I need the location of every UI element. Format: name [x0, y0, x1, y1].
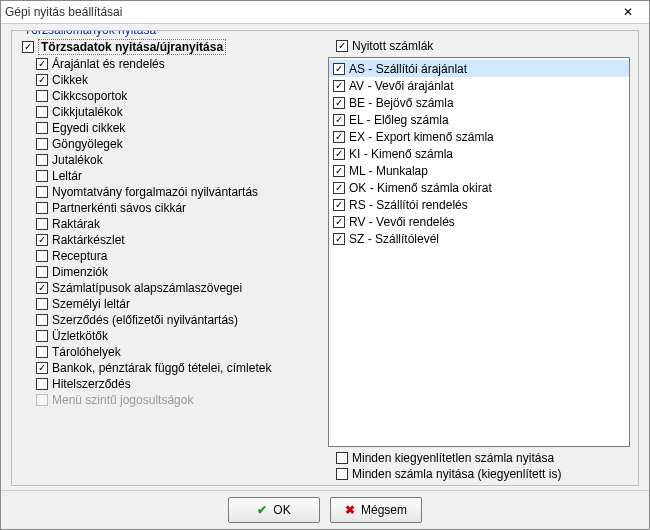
bottom-option-label: Minden számla nyitása (kiegyenlített is) — [352, 467, 561, 481]
checkbox[interactable] — [36, 314, 48, 326]
checkbox[interactable] — [36, 202, 48, 214]
list-item[interactable]: KI - Kimenő számla — [329, 145, 629, 162]
left-item[interactable]: Személyi leltár — [36, 297, 322, 311]
left-item[interactable]: Göngyölegek — [36, 137, 322, 151]
left-item[interactable]: Tárolóhelyek — [36, 345, 322, 359]
bottom-option-label: Minden kiegyenlítetlen számla nyitása — [352, 451, 554, 465]
list-item[interactable]: EL - Előleg számla — [329, 111, 629, 128]
left-item-label: Üzletkötők — [52, 329, 108, 343]
ok-button[interactable]: ✔ OK — [228, 497, 320, 523]
list-item[interactable]: RS - Szállítói rendelés — [329, 196, 629, 213]
checkbox[interactable] — [336, 452, 348, 464]
checkbox[interactable] — [333, 165, 345, 177]
checkbox[interactable] — [333, 199, 345, 211]
bottom-option[interactable]: Minden kiegyenlítetlen számla nyitása — [336, 451, 630, 465]
left-item[interactable]: Hitelszerződés — [36, 377, 322, 391]
list-item-label: AV - Vevői árajánlat — [349, 79, 454, 93]
checkbox[interactable] — [36, 266, 48, 278]
cancel-button[interactable]: ✖ Mégsem — [330, 497, 422, 523]
checkbox[interactable] — [36, 58, 48, 70]
checkbox[interactable] — [36, 74, 48, 86]
checkbox-right-header[interactable] — [336, 40, 348, 52]
left-item[interactable]: Bankok, pénztárak függő tételei, címlete… — [36, 361, 322, 375]
left-item: Menü szintű jogosultságok — [36, 393, 322, 407]
checkbox-master[interactable] — [22, 41, 34, 53]
list-item[interactable]: BE - Bejövő számla — [329, 94, 629, 111]
left-item[interactable]: Számlatípusok alapszámlaszövegei — [36, 281, 322, 295]
left-item[interactable]: Egyedi cikkek — [36, 121, 322, 135]
checkbox[interactable] — [333, 63, 345, 75]
dialog-body: Törzsállományok nyitása Törzsadatok nyit… — [1, 24, 649, 529]
checkbox[interactable] — [333, 148, 345, 160]
checkbox[interactable] — [333, 131, 345, 143]
checkbox[interactable] — [333, 80, 345, 92]
checkbox[interactable] — [36, 282, 48, 294]
left-item[interactable]: Partnerkénti sávos cikkár — [36, 201, 322, 215]
checkbox[interactable] — [36, 298, 48, 310]
list-item[interactable]: SZ - Szállítólevél — [329, 230, 629, 247]
list-item[interactable]: AV - Vevői árajánlat — [329, 77, 629, 94]
left-item-label: Cikkcsoportok — [52, 89, 127, 103]
checkbox[interactable] — [36, 378, 48, 390]
checkbox[interactable] — [36, 106, 48, 118]
groupbox-legend: Törzsállományok nyitása — [20, 30, 160, 37]
left-item[interactable]: Árajánlat és rendelés — [36, 57, 322, 71]
right-header-label: Nyitott számlák — [352, 39, 433, 53]
master-checkbox-row[interactable]: Törzsadatok nyitása/újranyitása — [22, 39, 322, 55]
left-item[interactable]: Raktárak — [36, 217, 322, 231]
list-item-label: EX - Export kimenő számla — [349, 130, 494, 144]
checkbox[interactable] — [36, 138, 48, 150]
list-item[interactable]: AS - Szállítói árajánlat — [329, 60, 629, 77]
cancel-label: Mégsem — [361, 503, 407, 517]
master-label: Törzsadatok nyitása/újranyitása — [38, 39, 226, 55]
left-item[interactable]: Leltár — [36, 169, 322, 183]
checkbox[interactable] — [36, 234, 48, 246]
checkbox[interactable] — [36, 122, 48, 134]
checkbox[interactable] — [36, 90, 48, 102]
left-item[interactable]: Cikkjutalékok — [36, 105, 322, 119]
checkbox[interactable] — [36, 170, 48, 182]
checkbox[interactable] — [36, 154, 48, 166]
list-item[interactable]: EX - Export kimenő számla — [329, 128, 629, 145]
left-item[interactable]: Cikkek — [36, 73, 322, 87]
checkbox[interactable] — [36, 218, 48, 230]
invoice-listbox[interactable]: AS - Szállítói árajánlatAV - Vevői árajá… — [328, 57, 630, 447]
left-item-label: Receptura — [52, 249, 107, 263]
left-item-label: Leltár — [52, 169, 82, 183]
checkbox[interactable] — [36, 394, 48, 406]
left-item[interactable]: Cikkcsoportok — [36, 89, 322, 103]
checkbox[interactable] — [36, 362, 48, 374]
left-item[interactable]: Nyomtatvány forgalmazói nyilvántartás — [36, 185, 322, 199]
ok-label: OK — [273, 503, 290, 517]
checkbox[interactable] — [36, 250, 48, 262]
bottom-option[interactable]: Minden számla nyitása (kiegyenlített is) — [336, 467, 630, 481]
checkbox[interactable] — [36, 186, 48, 198]
left-item[interactable]: Raktárkészlet — [36, 233, 322, 247]
checkbox[interactable] — [333, 97, 345, 109]
checkbox[interactable] — [36, 330, 48, 342]
close-icon: ✕ — [623, 5, 633, 19]
checkbox[interactable] — [336, 468, 348, 480]
left-item[interactable]: Jutalékok — [36, 153, 322, 167]
left-item-label: Hitelszerződés — [52, 377, 131, 391]
window-title: Gépi nyitás beállításai — [5, 5, 611, 19]
checkbox[interactable] — [333, 216, 345, 228]
list-item[interactable]: RV - Vevői rendelés — [329, 213, 629, 230]
titlebar: Gépi nyitás beállításai ✕ — [1, 1, 649, 24]
right-header-row[interactable]: Nyitott számlák — [336, 39, 630, 53]
left-item-label: Göngyölegek — [52, 137, 123, 151]
list-item[interactable]: ML - Munkalap — [329, 162, 629, 179]
left-item[interactable]: Szerződés (előfizetői nyilvántartás) — [36, 313, 322, 327]
left-item[interactable]: Dimenziók — [36, 265, 322, 279]
left-item-label: Partnerkénti sávos cikkár — [52, 201, 186, 215]
checkbox[interactable] — [333, 182, 345, 194]
list-item-label: BE - Bejövő számla — [349, 96, 454, 110]
checkbox[interactable] — [333, 114, 345, 126]
checkbox[interactable] — [333, 233, 345, 245]
left-item[interactable]: Üzletkötők — [36, 329, 322, 343]
bottom-options: Minden kiegyenlítetlen számla nyitásaMin… — [336, 451, 630, 481]
close-button[interactable]: ✕ — [611, 2, 645, 22]
checkbox[interactable] — [36, 346, 48, 358]
left-item[interactable]: Receptura — [36, 249, 322, 263]
list-item[interactable]: OK - Kimenő számla okirat — [329, 179, 629, 196]
